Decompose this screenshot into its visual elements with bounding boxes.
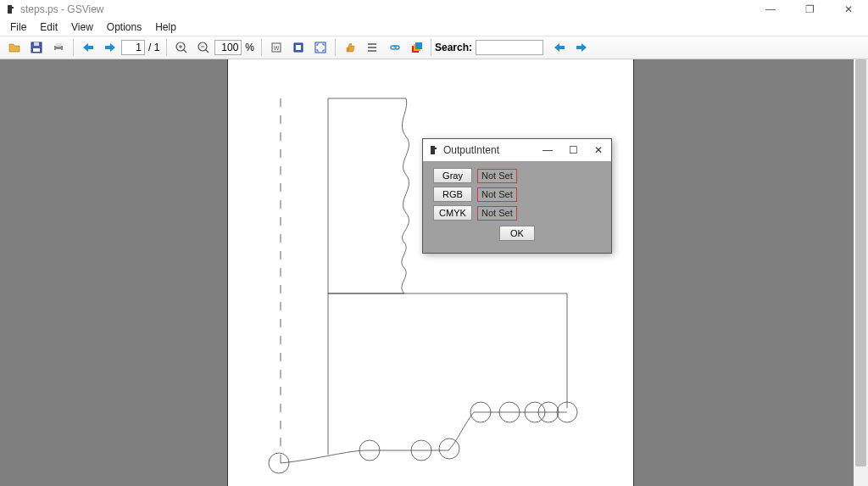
fit-page-icon[interactable] xyxy=(289,38,308,57)
toolbar-separator xyxy=(431,39,431,56)
fit-width-icon[interactable]: W xyxy=(267,38,286,57)
window-titlebar: steps.ps - GSView — ❐ ✕ xyxy=(0,0,868,19)
menubar: File Edit View Options Help xyxy=(0,19,868,36)
search-next-icon[interactable] xyxy=(572,38,591,57)
svg-line-13 xyxy=(206,50,209,53)
svg-rect-6 xyxy=(56,43,61,47)
document-viewport[interactable] xyxy=(0,59,868,486)
menu-edit[interactable]: Edit xyxy=(33,20,64,35)
page-total-label: / 1 xyxy=(148,42,159,53)
svg-line-9 xyxy=(184,50,187,53)
svg-rect-0 xyxy=(8,5,12,14)
rgb-value: Not Set xyxy=(477,187,517,202)
page-content-drawing xyxy=(228,59,635,486)
dialog-body: Gray Not Set RGB Not Set CMYK Not Set OK xyxy=(423,161,611,248)
scrollbar-thumb[interactable] xyxy=(855,59,866,466)
dialog-app-icon xyxy=(428,144,440,156)
search-prev-icon[interactable] xyxy=(550,38,569,57)
menu-options[interactable]: Options xyxy=(100,20,148,35)
dialog-title: OutputIntent xyxy=(443,144,535,156)
svg-point-30 xyxy=(439,439,459,459)
zoom-value-input[interactable] xyxy=(214,40,242,55)
minimize-button[interactable]: — xyxy=(751,0,790,19)
toolbar-separator xyxy=(166,39,167,56)
dialog-ok-row: OK xyxy=(433,226,601,241)
print-icon[interactable] xyxy=(49,38,68,57)
page-number-input[interactable] xyxy=(121,40,145,55)
svg-rect-7 xyxy=(56,49,61,52)
document-page xyxy=(227,59,634,486)
svg-rect-1 xyxy=(12,7,14,8)
output-intent-row-cmyk: CMYK Not Set xyxy=(433,205,601,221)
svg-rect-25 xyxy=(415,42,422,49)
toolbar-separator xyxy=(73,39,74,56)
toolbar: / 1 % W Search: xyxy=(0,36,868,59)
dialog-minimize-button[interactable]: — xyxy=(535,139,560,161)
app-icon xyxy=(5,3,17,15)
open-icon[interactable] xyxy=(5,38,24,57)
list-icon[interactable] xyxy=(363,38,381,57)
thumbs-up-icon[interactable] xyxy=(341,38,359,57)
output-intent-row-rgb: RGB Not Set xyxy=(433,187,601,202)
search-label: Search: xyxy=(435,42,472,53)
svg-rect-18 xyxy=(296,45,301,50)
svg-point-27 xyxy=(269,453,289,473)
save-icon[interactable] xyxy=(27,38,46,57)
menu-file[interactable]: File xyxy=(3,20,33,35)
menu-view[interactable]: View xyxy=(64,20,100,35)
zoom-percent-label: % xyxy=(245,42,254,53)
toolbar-separator xyxy=(261,39,262,56)
fit-window-icon[interactable] xyxy=(311,38,330,57)
zoom-out-icon[interactable] xyxy=(194,38,213,57)
layers-icon[interactable] xyxy=(407,38,426,57)
output-intent-row-gray: Gray Not Set xyxy=(433,168,601,183)
svg-rect-19 xyxy=(315,42,326,53)
svg-rect-37 xyxy=(435,148,437,149)
output-intent-dialog: OutputIntent — ☐ ✕ Gray Not Set RGB Not … xyxy=(422,138,612,254)
dialog-titlebar[interactable]: OutputIntent — ☐ ✕ xyxy=(423,139,611,161)
window-title: steps.ps - GSView xyxy=(20,3,103,15)
link-icon[interactable] xyxy=(385,38,403,57)
dialog-close-button[interactable]: ✕ xyxy=(586,139,611,161)
prev-page-icon[interactable] xyxy=(79,38,97,57)
menu-help[interactable]: Help xyxy=(148,20,183,35)
svg-text:W: W xyxy=(274,45,280,51)
rgb-button[interactable]: RGB xyxy=(433,187,472,202)
maximize-button[interactable]: ❐ xyxy=(790,0,829,19)
gray-value: Not Set xyxy=(477,169,517,183)
cmyk-value: Not Set xyxy=(477,206,517,221)
cmyk-button[interactable]: CMYK xyxy=(433,205,472,221)
svg-rect-4 xyxy=(33,48,40,52)
close-button[interactable]: ✕ xyxy=(829,0,868,19)
svg-rect-36 xyxy=(431,146,435,154)
dialog-maximize-button[interactable]: ☐ xyxy=(560,139,586,161)
search-input[interactable] xyxy=(476,40,543,55)
gray-button[interactable]: Gray xyxy=(433,168,472,183)
next-page-icon[interactable] xyxy=(101,38,120,57)
zoom-in-icon[interactable] xyxy=(172,38,191,57)
vertical-scrollbar[interactable] xyxy=(854,59,868,486)
svg-rect-3 xyxy=(34,42,39,46)
ok-button[interactable]: OK xyxy=(499,226,535,241)
toolbar-separator xyxy=(335,39,336,56)
